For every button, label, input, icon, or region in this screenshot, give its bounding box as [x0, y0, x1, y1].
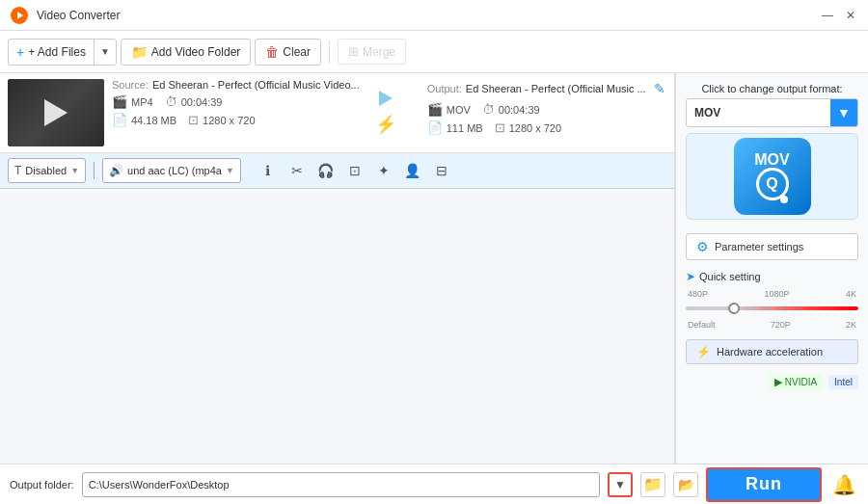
- nvidia-icon: ▶: [774, 376, 782, 388]
- window-controls: — ✕: [820, 8, 858, 23]
- format-section: Click to change output format: MOV ▼ MOV…: [686, 83, 858, 224]
- edit-toolbar: ℹ ✂ 🎧 ⊡ ✦ 👤 ⊟: [255, 157, 455, 184]
- quality-labels-bottom: Default 720P 2K: [686, 320, 858, 330]
- resolution-icon: ⊡: [188, 113, 199, 127]
- label-1080p: 1080P: [764, 289, 789, 299]
- output-folder-input[interactable]: [82, 472, 600, 497]
- output-size-row: 📄 111 MB ⊡ 1280 x 720: [427, 120, 675, 135]
- cut-tool-button[interactable]: ✂: [284, 157, 311, 184]
- output-folder-label: Output folder:: [10, 479, 74, 491]
- right-arrow-icon: [379, 91, 393, 106]
- source-label: Source:: [112, 79, 149, 91]
- output-label: Output:: [427, 83, 462, 94]
- quality-labels-top: 480P 1080P 4K: [686, 289, 858, 299]
- format-selector[interactable]: MOV ▼: [686, 98, 858, 127]
- audio-label: und aac (LC) (mp4a: [127, 165, 222, 176]
- output-duration-item: ⏱ 00:04:39: [482, 102, 540, 117]
- slider-thumb[interactable]: [728, 303, 740, 314]
- clear-button[interactable]: 🗑 Clear: [255, 39, 321, 66]
- empty-drop-area: [0, 189, 674, 464]
- audio-select[interactable]: 🔊 und aac (LC) (mp4a ▼: [102, 158, 241, 183]
- audio-tool-button[interactable]: 🎧: [312, 157, 339, 184]
- output-size-icon: 📄: [427, 120, 443, 135]
- crop-tool-button[interactable]: ⊡: [341, 157, 368, 184]
- app-title: Video Converter: [37, 9, 820, 22]
- audio-speaker-icon: 🔊: [109, 164, 123, 177]
- format-icon: 🎬: [112, 94, 127, 109]
- output-format-item: 🎬 MOV: [427, 102, 471, 117]
- mov-format-icon-container[interactable]: MOV Q: [686, 133, 858, 220]
- label-default: Default: [688, 320, 716, 330]
- output-format-icon: 🎬: [427, 102, 443, 117]
- label-480p: 480P: [688, 289, 708, 299]
- quality-slider[interactable]: [686, 301, 858, 316]
- add-files-main[interactable]: + + Add Files: [9, 40, 95, 65]
- source-format-item: 🎬 MP4: [112, 94, 153, 109]
- minimize-button[interactable]: —: [820, 8, 835, 23]
- intel-badge: Intel: [828, 375, 858, 389]
- source-name-row: Source: Ed Sheeran - Perfect (Official M…: [112, 79, 360, 91]
- main-toolbar: + + Add Files ▼ 📁 Add Video Folder 🗑 Cle…: [0, 31, 868, 73]
- merge-icon: ⊞: [348, 44, 359, 59]
- add-folder-button[interactable]: 📁 Add Video Folder: [121, 39, 252, 66]
- subtitle-tool-button[interactable]: ⊟: [428, 157, 455, 184]
- file-item: Source: Ed Sheeran - Perfect (Official M…: [0, 73, 674, 153]
- output-size: 111 MB: [447, 122, 483, 134]
- parameter-settings-button[interactable]: ⚙ Parameter settings: [686, 233, 858, 260]
- close-button[interactable]: ✕: [843, 8, 858, 23]
- main-area: Source: Ed Sheeran - Perfect (Official M…: [0, 73, 868, 464]
- alarm-button[interactable]: 🔔: [829, 470, 858, 499]
- label-720p: 720P: [771, 320, 791, 330]
- merge-label: Merge: [363, 45, 395, 59]
- size-icon: 📄: [112, 113, 127, 127]
- source-size-row: 📄 44.18 MB ⊡ 1280 x 720: [112, 113, 360, 127]
- watermark-tool-button[interactable]: 👤: [399, 157, 426, 184]
- source-info: Source: Ed Sheeran - Perfect (Official M…: [112, 79, 360, 146]
- folder-browse-button[interactable]: 📁: [640, 472, 665, 497]
- source-duration-item: ⏱ 00:04:39: [165, 94, 223, 109]
- folder-dropdown-button[interactable]: ▼: [608, 472, 633, 497]
- intel-label: Intel: [834, 377, 853, 387]
- output-details-row1: 🎬 MOV ⏱ 00:04:39: [427, 102, 675, 117]
- output-resolution-item: ⊡ 1280 x 720: [495, 120, 561, 135]
- hw-accel-label: Hardware acceleration: [717, 346, 823, 358]
- subtitle-arrow-icon: ▼: [70, 166, 79, 175]
- add-files-button[interactable]: + + Add Files ▼: [8, 39, 117, 66]
- hardware-acceleration-button[interactable]: ⚡ Hardware acceleration: [686, 339, 858, 364]
- titlebar: Video Converter — ✕: [0, 0, 868, 31]
- slider-track: [686, 306, 858, 310]
- settings-icon: ⚙: [696, 239, 709, 254]
- merge-button[interactable]: ⊞ Merge: [338, 39, 406, 65]
- folder-icon: 📁: [131, 44, 148, 60]
- add-files-dropdown-arrow[interactable]: ▼: [95, 41, 116, 62]
- app-logo: [10, 6, 29, 25]
- folder-open-button[interactable]: 📂: [673, 472, 698, 497]
- conversion-arrows: ⚡: [367, 79, 404, 146]
- output-duration: 00:04:39: [499, 104, 540, 116]
- format-section-label: Click to change output format:: [686, 83, 858, 94]
- play-icon: [44, 99, 68, 126]
- quicktime-q-icon: Q: [756, 168, 789, 200]
- mov-text: MOV: [754, 152, 789, 168]
- format-dropdown-button[interactable]: ▼: [830, 99, 857, 126]
- subtitle-T-icon: T: [14, 164, 21, 177]
- toolbar-separator: [329, 40, 330, 64]
- run-button[interactable]: Run: [706, 467, 822, 502]
- right-panel: Click to change output format: MOV ▼ MOV…: [675, 73, 868, 464]
- nvidia-label: NVIDIA: [785, 377, 817, 387]
- file-thumbnail[interactable]: [8, 79, 104, 146]
- source-filename: Ed Sheeran - Perfect (Official Music Vid…: [152, 79, 360, 91]
- label-4k: 4K: [846, 289, 856, 299]
- param-btn-label: Parameter settings: [715, 241, 803, 252]
- subtitle-select[interactable]: T Disabled ▼: [8, 158, 86, 183]
- output-edit-button[interactable]: ✎: [650, 79, 669, 98]
- format-value: MOV: [687, 102, 830, 123]
- output-resolution: 1280 x 720: [509, 122, 561, 134]
- hw-badges: ▶ NVIDIA Intel: [686, 374, 858, 390]
- quick-setting-section: ➤ Quick setting 480P 1080P 4K Default 72…: [686, 270, 858, 330]
- source-duration: 00:04:39: [181, 96, 223, 108]
- source-details-row: 🎬 MP4 ⏱ 00:04:39: [112, 94, 360, 109]
- output-info: Output: Ed Sheeran - Perfect (Official M…: [427, 79, 675, 146]
- effect-tool-button[interactable]: ✦: [370, 157, 397, 184]
- info-tool-button[interactable]: ℹ: [255, 157, 282, 184]
